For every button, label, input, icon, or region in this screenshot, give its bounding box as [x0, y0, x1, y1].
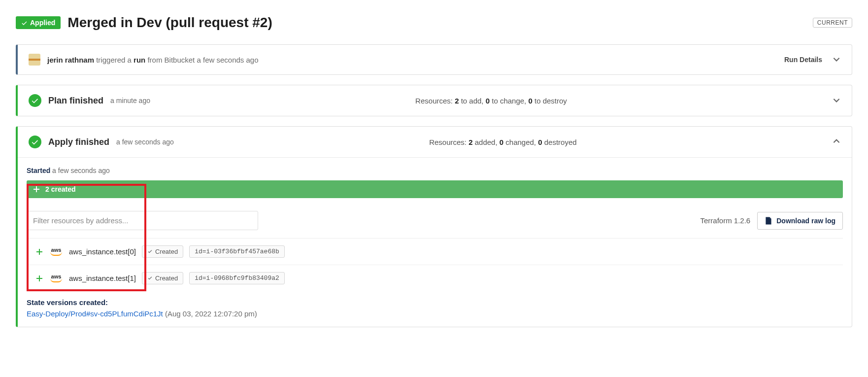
- state-version-link[interactable]: Easy-Deploy/Prod#sv-cd5PLfumCdiPc1Jt: [27, 309, 163, 318]
- resource-row[interactable]: awsaws_instance.test[1]Createdid=i-0968b…: [27, 265, 843, 291]
- run-details-toggle[interactable]: Run Details: [784, 56, 822, 64]
- plus-icon: [35, 248, 43, 256]
- plan-title: Plan finished: [48, 96, 103, 106]
- apply-started: Started a few seconds ago: [27, 158, 843, 180]
- file-icon: [765, 217, 772, 225]
- apply-time: a few seconds ago: [116, 138, 174, 146]
- download-raw-log-label: Download raw log: [776, 217, 835, 225]
- created-count-bar[interactable]: 2 created: [27, 180, 843, 198]
- check-icon: [21, 20, 28, 26]
- plus-icon: [33, 185, 40, 193]
- chevron-up-icon[interactable]: [832, 137, 841, 147]
- resource-name: aws_instance.test[1]: [69, 274, 136, 282]
- check-circle-icon: [29, 94, 41, 107]
- aws-icon: aws: [49, 274, 63, 282]
- run-trigger-text: jerin rathnam triggered a run from Bitbu…: [47, 56, 777, 64]
- state-versions-title: State versions created:: [27, 298, 843, 307]
- resource-status-label: Created: [155, 248, 178, 255]
- aws-icon: aws: [49, 247, 63, 256]
- plan-card: Plan finished a minute ago Resources: 2 …: [16, 85, 852, 116]
- plus-icon: [35, 274, 43, 282]
- plan-resources-summary: Resources: 2 to add, 0 to change, 0 to d…: [415, 97, 567, 105]
- resource-status-label: Created: [155, 274, 178, 282]
- resource-status-pill: Created: [142, 272, 183, 284]
- applied-badge: Applied: [16, 16, 61, 29]
- check-circle-icon: [29, 136, 41, 148]
- created-count-label: 2 created: [45, 185, 75, 193]
- download-raw-log-button[interactable]: Download raw log: [757, 212, 843, 230]
- apply-card: Apply finished a few seconds ago Resourc…: [16, 126, 852, 327]
- apply-resources-summary: Resources: 2 added, 0 changed, 0 destroy…: [429, 138, 576, 146]
- applied-badge-label: Applied: [30, 19, 55, 27]
- run-trigger-card: jerin rathnam triggered a run from Bitbu…: [16, 44, 852, 75]
- check-icon: [147, 275, 153, 281]
- resource-id-pill: id=i-03f36bfbf457ae68b: [189, 245, 285, 258]
- page-title: Merged in Dev (pull request #2): [67, 15, 805, 31]
- check-icon: [147, 249, 153, 254]
- filter-resources-input[interactable]: [27, 211, 258, 230]
- plan-time: a minute ago: [110, 97, 150, 104]
- resource-row[interactable]: awsaws_instance.test[0]Createdid=i-03f36…: [27, 239, 843, 265]
- state-version-date: (Aug 03, 2022 12:07:20 pm): [163, 309, 257, 318]
- resource-name: aws_instance.test[0]: [69, 247, 136, 256]
- apply-title: Apply finished: [48, 137, 109, 147]
- chevron-down-icon[interactable]: [832, 55, 841, 65]
- current-badge: CURRENT: [813, 18, 852, 28]
- resource-id-pill: id=i-0968bfc9fb83409a2: [189, 272, 285, 284]
- resource-status-pill: Created: [142, 245, 183, 258]
- avatar: [29, 54, 40, 66]
- chevron-down-icon[interactable]: [832, 96, 841, 106]
- terraform-version: Terraform 1.2.6: [701, 216, 751, 225]
